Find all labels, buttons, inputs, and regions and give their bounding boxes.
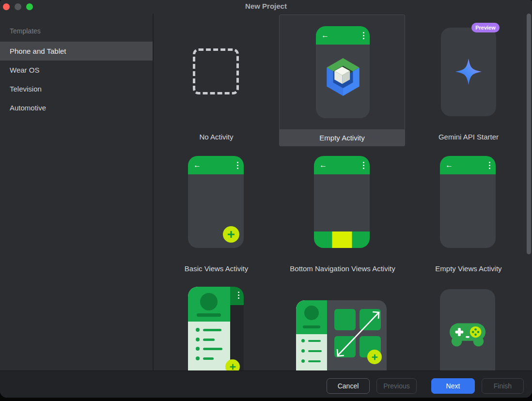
cancel-button[interactable]: Cancel (327, 378, 370, 394)
appbar: ← (316, 26, 370, 45)
sidebar-item-phone-and-tablet[interactable]: Phone and Tablet (0, 42, 153, 61)
template-card-navigation-drawer[interactable] (188, 287, 244, 370)
finish-button: Finish (482, 378, 524, 394)
gamepad-icon (440, 320, 495, 347)
template-label: Empty Views Activity (415, 264, 522, 273)
avatar (304, 306, 319, 320)
sidebar-item-label: Phone and Tablet (10, 47, 66, 55)
template-card-empty-views-activity[interactable]: ← Empty Views Activity (406, 152, 532, 287)
new-project-dialog: New Project Templates Phone and Tablet W… (0, 0, 532, 398)
navigation-drawer-icon (188, 287, 230, 370)
template-card-basic-views-activity[interactable]: ← Basic Views Activity (154, 152, 279, 287)
sidebar-item-label: Wear OS (10, 66, 39, 74)
sidebar-item-television[interactable]: Television (0, 79, 153, 98)
phone-mockup: ← (314, 156, 370, 248)
template-label: Bottom Navigation Views Activity (275, 264, 410, 273)
phone-mockup: ← (440, 156, 496, 248)
kebab-menu-icon (237, 162, 238, 169)
sidebar-item-automotive[interactable]: Automotive (0, 98, 153, 117)
sidebar-header: Templates (10, 27, 153, 35)
dashed-empty-square-icon (193, 48, 239, 94)
back-arrow-icon: ← (319, 161, 327, 169)
fab-plus-icon (223, 226, 239, 243)
template-card-no-activity[interactable]: No Activity (154, 14, 279, 152)
kebab-menu-icon (363, 32, 364, 39)
fab-plus-icon (367, 350, 382, 364)
next-button[interactable]: Next (431, 378, 475, 394)
fab-plus-icon (225, 359, 240, 370)
appbar: ← (440, 156, 496, 174)
back-arrow-icon: ← (321, 31, 329, 39)
list-pane-icon (296, 300, 327, 370)
previous-button: Previous (376, 378, 417, 394)
back-arrow-icon: ← (445, 161, 453, 169)
appbar: ← (314, 156, 370, 174)
sidebar-item-label: Automotive (10, 104, 46, 112)
dialog-title: New Project (0, 2, 532, 10)
gemini-star-icon (441, 58, 496, 86)
appbar: ← (188, 156, 244, 174)
sidebar-item-wear-os[interactable]: Wear OS (0, 61, 153, 79)
avatar (200, 293, 218, 310)
preview-badge: Preview (471, 23, 500, 32)
template-label: No Activity (159, 133, 273, 141)
template-card-primary-detail[interactable] (296, 300, 387, 370)
back-arrow-icon: ← (193, 161, 201, 169)
template-card-gemini-api-starter[interactable]: Gemini API Starter (406, 14, 532, 152)
selected-template-label: Empty Activity (280, 129, 405, 146)
kebab-menu-icon (238, 292, 239, 299)
vertical-scrollbar-thumb[interactable] (527, 14, 531, 254)
template-label: Basic Views Activity (159, 264, 273, 273)
kebab-menu-icon (363, 162, 364, 169)
bottom-nav-bar (314, 231, 370, 248)
titlebar: New Project (0, 0, 532, 14)
template-card-empty-activity[interactable]: ← Empty Activity (279, 15, 405, 146)
jetpack-compose-logo-icon (316, 56, 370, 98)
template-card-game-activity[interactable] (440, 289, 495, 370)
phone-mockup (441, 28, 496, 116)
templates-sidebar: Templates Phone and Tablet Wear OS Telev… (0, 14, 153, 370)
template-card-bottom-navigation-views-activity[interactable]: ← Bottom Navigation Views Activity (280, 152, 406, 287)
template-label: Gemini API Starter (415, 133, 522, 141)
sidebar-item-label: Television (10, 85, 42, 93)
phone-mockup: ← (188, 156, 244, 248)
kebab-menu-icon (489, 162, 490, 169)
template-gallery: No Activity ← (154, 14, 532, 370)
dialog-footer: Cancel Previous Next Finish (0, 370, 532, 398)
phone-mockup: ← (316, 26, 370, 118)
